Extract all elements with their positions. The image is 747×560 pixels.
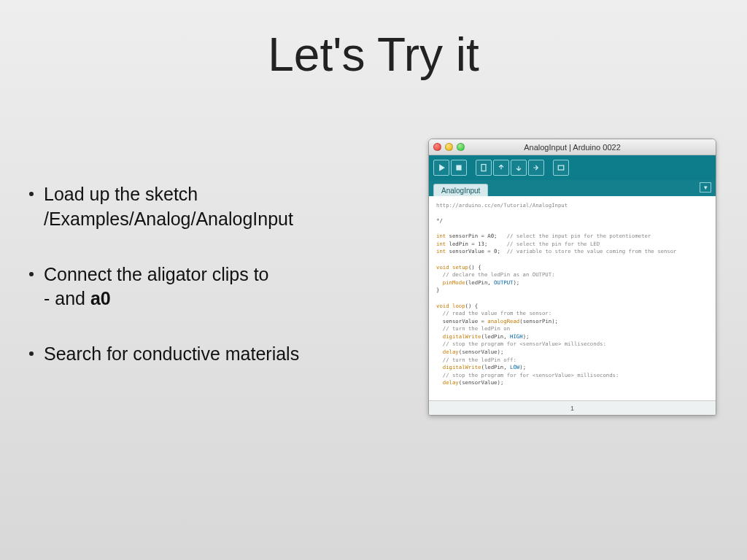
code-line: */ [436, 217, 443, 224]
status-bar: 1 [429, 400, 716, 415]
code-token: pinMode [443, 279, 465, 286]
svg-rect-3 [558, 166, 564, 170]
bullet-dot-icon [29, 351, 34, 356]
tab-menu-button[interactable]: ▾ [700, 182, 711, 192]
verify-button[interactable] [433, 160, 449, 176]
code-line: // stop the program for for <sensorValue… [436, 372, 619, 378]
svg-rect-2 [481, 165, 486, 171]
code-token: int [436, 248, 446, 254]
bullet-item: Connect the aligator clips to - and a0 [29, 262, 438, 312]
code-token: (ledPin, [465, 279, 495, 286]
save-button[interactable] [511, 160, 527, 176]
bullet-line: /Examples/Analog/AnalogInput [44, 209, 293, 229]
bullet-list: Load up the sketch /Examples/Analog/Anal… [29, 182, 438, 397]
code-token: delay [443, 379, 459, 386]
bullet-text: Connect the aligator clips to - and a0 [44, 262, 269, 312]
code-token: OUTPUT [494, 279, 513, 286]
code-token: ledPin = 13; [446, 241, 506, 247]
code-token: loop [452, 303, 465, 309]
open-button[interactable] [493, 160, 509, 176]
tab-bar: AnalogInput ▾ [429, 180, 716, 196]
code-token: sensorValue = [436, 318, 487, 324]
code-token: delay [443, 349, 459, 355]
code-token [436, 279, 443, 286]
zoom-icon[interactable] [457, 143, 465, 151]
serial-monitor-button[interactable] [553, 160, 569, 176]
code-token: LOW [510, 364, 519, 370]
code-token: // variable to store the value coming fr… [507, 248, 677, 254]
code-token: HIGH [510, 333, 523, 340]
traffic-lights [433, 143, 465, 151]
code-token: digitalWrite [443, 333, 481, 340]
code-token [436, 379, 443, 386]
bullet-line: - and [44, 288, 90, 308]
sketch-tab[interactable]: AnalogInput [433, 184, 488, 196]
bullet-text: Load up the sketch /Examples/Analog/Anal… [44, 182, 293, 232]
svg-rect-1 [457, 166, 461, 170]
code-token: void [436, 303, 449, 309]
close-icon[interactable] [433, 143, 441, 151]
minimize-icon[interactable] [445, 143, 453, 151]
code-token [436, 364, 443, 370]
bullet-dot-icon [29, 192, 34, 196]
code-editor[interactable]: http://arduino.cc/en/Tutorial/AnalogInpu… [429, 196, 716, 386]
code-token: int [436, 233, 446, 239]
arduino-ide-window: AnalogInput | Arduino 0022 AnalogInput ▾… [428, 139, 716, 416]
code-line: // turn the ledPin on [436, 325, 510, 332]
toolbar [429, 155, 716, 180]
stop-button[interactable] [451, 160, 467, 176]
code-token: ); [523, 333, 530, 340]
bullet-dot-icon [29, 272, 34, 276]
code-token: analogRead [487, 318, 519, 324]
code-token [436, 349, 443, 355]
code-token: () { [465, 303, 479, 309]
bullet-line: Search for conductive materials [44, 343, 299, 364]
bullet-item: Load up the sketch /Examples/Analog/Anal… [29, 182, 438, 232]
code-line: http://arduino.cc/en/Tutorial/AnalogInpu… [436, 202, 568, 209]
window-title: AnalogInput | Arduino 0022 [429, 143, 716, 152]
bullet-item: Search for conductive materials [29, 342, 438, 367]
code-token: (sensorValue); [459, 349, 504, 355]
code-token: // select the input pin for the potentio… [507, 233, 651, 239]
bullet-line: Load up the sketch [44, 184, 198, 204]
bullet-bold: a0 [90, 288, 111, 308]
slide-title: Let's Try it [0, 0, 747, 82]
code-token: void [436, 264, 449, 271]
code-token: (ledPin, [481, 333, 511, 340]
window-titlebar: AnalogInput | Arduino 0022 [429, 139, 716, 155]
code-line: // declare the ledPin as an OUTPUT: [436, 271, 555, 278]
code-line: // turn the ledPin off: [436, 357, 516, 363]
code-token: sensorValue = 0; [446, 248, 506, 254]
upload-button[interactable] [528, 160, 544, 176]
code-token: (sensorPin); [519, 318, 558, 324]
code-token: int [436, 241, 446, 247]
code-token: sensorPin = A0; [446, 233, 506, 239]
code-token: setup [452, 264, 468, 271]
code-token: ); [513, 279, 519, 286]
code-token [436, 333, 443, 340]
code-line: // stop the program for <sensorValue> mi… [436, 341, 606, 347]
bullet-text: Search for conductive materials [44, 342, 299, 367]
code-token: digitalWrite [443, 364, 481, 370]
new-button[interactable] [476, 160, 492, 176]
code-line: } [436, 287, 439, 293]
code-line: // read the value from the sensor: [436, 310, 551, 316]
svg-marker-0 [440, 165, 444, 171]
code-token: ); [519, 364, 526, 370]
code-token: (sensorValue); [459, 379, 504, 386]
code-token: (ledPin, [481, 364, 511, 370]
code-token: () { [468, 264, 481, 271]
code-token: // select the pin for the LED [507, 241, 600, 247]
bullet-line: Connect the aligator clips to [44, 264, 269, 284]
